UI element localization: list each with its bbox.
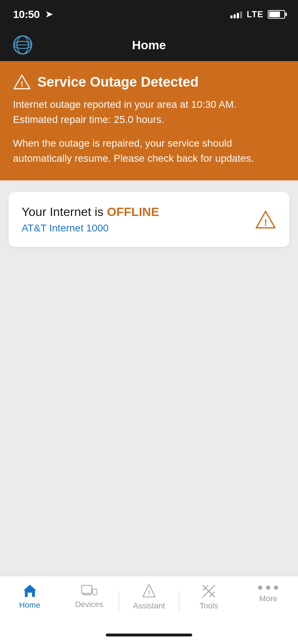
- svg-text:!: !: [21, 79, 23, 88]
- page-title: Home: [132, 38, 166, 52]
- status-time: 10:50 ➤: [13, 8, 53, 20]
- nav-item-devices[interactable]: Devices: [59, 582, 119, 609]
- nav-item-more[interactable]: More: [239, 582, 298, 603]
- svg-marker-8: [23, 585, 36, 597]
- lte-label: LTE: [247, 9, 263, 19]
- alert-body-line2: When the outage is repaired, your servic…: [13, 136, 285, 166]
- nav-item-home[interactable]: Home: [0, 582, 59, 610]
- signal-icon: [230, 10, 242, 18]
- nav-more-label: More: [259, 594, 277, 603]
- nav-devices-label: Devices: [75, 600, 103, 609]
- alert-body-line1: Internet outage reported in your area at…: [13, 97, 285, 127]
- att-logo-icon: [13, 35, 32, 55]
- internet-status-text: Your Internet is OFFLINE: [22, 205, 159, 219]
- internet-plan-label: AT&T Internet 1000: [22, 222, 159, 234]
- tools-icon: [201, 583, 217, 598]
- internet-status-card[interactable]: Your Internet is OFFLINE AT&T Internet 1…: [9, 192, 289, 247]
- location-icon: ➤: [45, 9, 53, 19]
- nav-assistant-label: Assistant: [133, 601, 165, 611]
- nav-item-assistant[interactable]: ! Assistant: [119, 582, 179, 611]
- service-outage-banner: ! Service Outage Detected Internet outag…: [0, 61, 298, 180]
- home-indicator-bar: [106, 634, 192, 636]
- main-content: Your Internet is OFFLINE AT&T Internet 1…: [0, 180, 298, 576]
- devices-icon: [81, 583, 98, 597]
- svg-rect-12: [92, 589, 97, 595]
- more-dots-icon: [258, 583, 278, 591]
- status-bar: 10:50 ➤ LTE: [0, 0, 298, 29]
- bottom-nav: Home Devices ! Assistant Tools: [0, 576, 298, 626]
- alert-title-row: ! Service Outage Detected: [13, 74, 285, 90]
- time-label: 10:50: [13, 8, 40, 20]
- internet-card-info: Your Internet is OFFLINE AT&T Internet 1…: [22, 205, 159, 234]
- svg-rect-9: [82, 585, 92, 593]
- nav-tools-label: Tools: [200, 601, 218, 611]
- svg-text:!: !: [264, 217, 267, 228]
- svg-text:!: !: [148, 589, 150, 597]
- home-icon: [22, 583, 38, 598]
- nav-home-label: Home: [19, 601, 40, 610]
- battery-icon: [268, 10, 285, 19]
- offline-badge: OFFLINE: [107, 205, 159, 218]
- alert-triangle-small-icon: !: [255, 210, 276, 229]
- app-header: Home: [0, 29, 298, 61]
- alert-title: Service Outage Detected: [37, 74, 199, 90]
- nav-item-tools[interactable]: Tools: [179, 582, 239, 611]
- home-indicator: [0, 626, 298, 644]
- alert-triangle-large-icon: !: [13, 74, 31, 90]
- status-indicators: LTE: [230, 9, 285, 19]
- assistant-icon: !: [142, 583, 156, 598]
